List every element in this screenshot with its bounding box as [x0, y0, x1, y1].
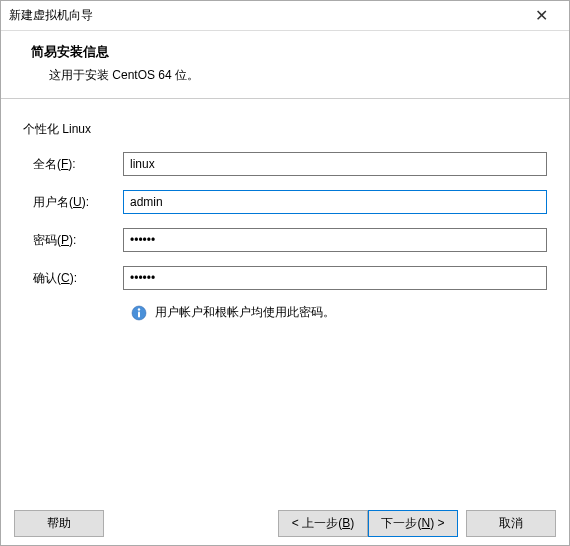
help-button[interactable]: 帮助 — [14, 510, 104, 537]
username-input[interactable] — [123, 190, 547, 214]
section-label: 个性化 Linux — [23, 121, 547, 138]
back-button[interactable]: < 上一步(B) — [278, 510, 368, 537]
cancel-button[interactable]: 取消 — [466, 510, 556, 537]
confirm-input[interactable] — [123, 266, 547, 290]
password-label: 密码(P): — [23, 232, 123, 249]
header-subtitle: 这用于安装 CentOS 64 位。 — [49, 67, 549, 84]
fullname-label: 全名(F): — [23, 156, 123, 173]
content-area: 个性化 Linux 全名(F): 用户名(U): 密码(P): 确认(C): — [1, 99, 569, 331]
info-row: 用户帐户和根帐户均使用此密码。 — [131, 304, 547, 321]
titlebar: 新建虚拟机向导 ✕ — [1, 1, 569, 31]
header-title: 简易安装信息 — [31, 43, 549, 61]
password-row: 密码(P): — [23, 228, 547, 252]
wizard-header: 简易安装信息 这用于安装 CentOS 64 位。 — [1, 31, 569, 99]
fullname-row: 全名(F): — [23, 152, 547, 176]
username-label: 用户名(U): — [23, 194, 123, 211]
close-button[interactable]: ✕ — [521, 4, 561, 28]
info-icon — [131, 305, 147, 321]
svg-point-1 — [138, 308, 140, 310]
next-button[interactable]: 下一步(N) > — [368, 510, 458, 537]
svg-rect-2 — [138, 311, 140, 317]
close-icon: ✕ — [535, 6, 548, 25]
fullname-input[interactable] — [123, 152, 547, 176]
password-input[interactable] — [123, 228, 547, 252]
username-row: 用户名(U): — [23, 190, 547, 214]
info-text: 用户帐户和根帐户均使用此密码。 — [155, 304, 335, 321]
confirm-label: 确认(C): — [23, 270, 123, 287]
confirm-row: 确认(C): — [23, 266, 547, 290]
button-bar: 帮助 < 上一步(B) 下一步(N) > 取消 — [0, 500, 570, 546]
window-title: 新建虚拟机向导 — [9, 7, 521, 24]
